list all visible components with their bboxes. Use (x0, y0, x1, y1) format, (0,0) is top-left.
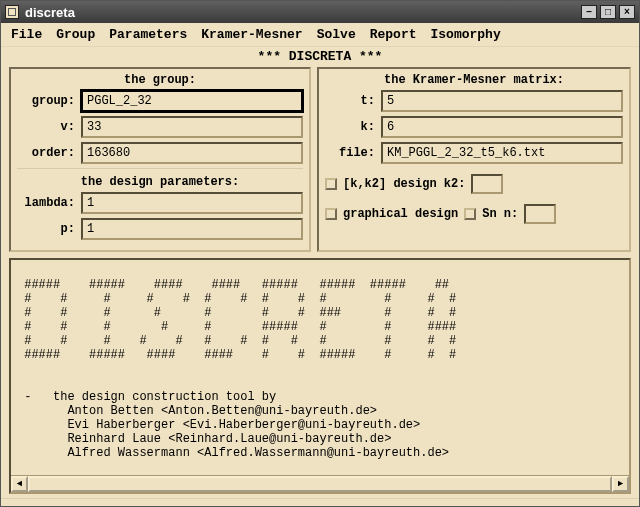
titlebar[interactable]: discreta – □ × (1, 1, 639, 23)
menu-kramer-mesner[interactable]: Kramer-Mesner (201, 27, 302, 42)
scroll-right-button[interactable]: ► (612, 476, 629, 492)
window-title: discreta (25, 5, 75, 20)
graphical-checkbox[interactable] (325, 208, 337, 220)
lambda-input[interactable] (81, 192, 303, 214)
file-label: file: (325, 146, 381, 160)
group-panel-title: the group: (17, 71, 303, 90)
file-input[interactable] (381, 142, 623, 164)
statusbar (1, 498, 639, 506)
menu-report[interactable]: Report (370, 27, 417, 42)
maximize-button[interactable]: □ (600, 5, 616, 19)
app-window: discreta – □ × File Group Parameters Kra… (0, 0, 640, 507)
order-input[interactable] (81, 142, 303, 164)
menu-parameters[interactable]: Parameters (109, 27, 187, 42)
kk2-checkbox[interactable] (325, 178, 337, 190)
app-icon (5, 5, 19, 19)
k-input[interactable] (381, 116, 623, 138)
lambda-label: lambda: (17, 196, 81, 210)
p-label: p: (17, 222, 81, 236)
t-label: t: (325, 94, 381, 108)
close-button[interactable]: × (619, 5, 635, 19)
group-input[interactable] (81, 90, 303, 112)
banner: *** DISCRETA *** (9, 47, 631, 67)
t-input[interactable] (381, 90, 623, 112)
menu-file[interactable]: File (11, 27, 42, 42)
km-panel: the Kramer-Mesner matrix: t: k: file: [k… (317, 67, 631, 252)
kk2-input[interactable] (471, 174, 503, 194)
scroll-thumb[interactable] (28, 476, 612, 492)
group-label: group: (17, 94, 81, 108)
k-label: k: (325, 120, 381, 134)
menu-group[interactable]: Group (56, 27, 95, 42)
order-label: order: (17, 146, 81, 160)
left-panel: the group: group: v: order: the design p… (9, 67, 311, 252)
menu-solve[interactable]: Solve (317, 27, 356, 42)
design-panel-title: the design parameters: (17, 168, 303, 192)
sn-input[interactable] (524, 204, 556, 224)
p-input[interactable] (81, 218, 303, 240)
sn-label: Sn n: (482, 207, 518, 221)
minimize-button[interactable]: – (581, 5, 597, 19)
menu-isomorphy[interactable]: Isomorphy (431, 27, 501, 42)
console-panel: ##### ##### #### #### ##### ##### ##### … (9, 258, 631, 494)
graphical-label: graphical design (343, 207, 458, 221)
v-label: v: (17, 120, 81, 134)
scrollbar-horizontal[interactable]: ◄ ► (11, 475, 629, 492)
km-panel-title: the Kramer-Mesner matrix: (325, 71, 623, 90)
v-input[interactable] (81, 116, 303, 138)
scroll-left-button[interactable]: ◄ (11, 476, 28, 492)
sn-checkbox[interactable] (464, 208, 476, 220)
content-area: *** DISCRETA *** the group: group: v: or… (1, 47, 639, 498)
console-output[interactable]: ##### ##### #### #### ##### ##### ##### … (11, 260, 629, 475)
scroll-track[interactable] (28, 476, 612, 492)
kk2-label: [k,k2] design k2: (343, 177, 465, 191)
menubar: File Group Parameters Kramer-Mesner Solv… (1, 23, 639, 47)
